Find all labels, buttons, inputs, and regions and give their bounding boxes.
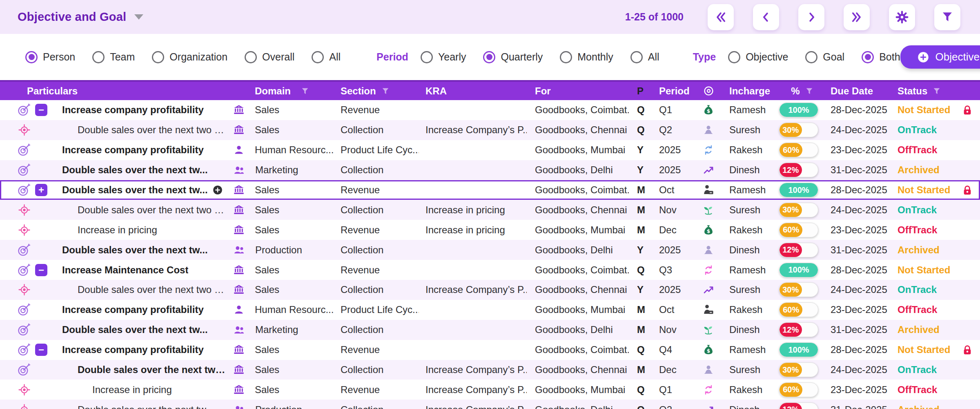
table-row[interactable]: Increase in pricingSalesRevenueIncrease … [0, 220, 980, 240]
scope-option-label: Person [43, 51, 75, 63]
filter-button[interactable] [934, 4, 960, 30]
table-row[interactable]: Double sales over the next tw...Producti… [0, 240, 980, 260]
collapse-button[interactable]: − [35, 104, 47, 116]
type-option-objective[interactable]: Objective [728, 51, 788, 63]
table-row[interactable]: Double sales over the next two y...Sales… [0, 360, 980, 380]
incharge-name: Ramesh [729, 184, 766, 196]
scope-option-label: Organization [169, 51, 227, 63]
last-page-button[interactable] [844, 4, 870, 30]
column-header-domain[interactable]: Domain [229, 82, 335, 100]
p-text: M [637, 204, 645, 216]
title-dropdown-caret[interactable] [134, 14, 143, 20]
funnel-small-icon[interactable] [382, 87, 389, 95]
section-cell: Product Life Cyc... [335, 140, 419, 160]
previous-page-button[interactable] [753, 4, 779, 30]
table-row[interactable]: Double sales over the next tw...Producti… [0, 400, 980, 409]
expand-button[interactable]: + [35, 184, 47, 196]
scope-option-all[interactable]: All [312, 51, 341, 63]
money-bag-icon: $ [703, 344, 714, 355]
bank-icon [234, 205, 244, 215]
progress-cell: 30% [773, 200, 824, 220]
objective-target-icon [18, 304, 30, 316]
type-option-both[interactable]: Both [862, 51, 900, 63]
table-row[interactable]: −Increase company profitabilitySalesReve… [0, 100, 980, 120]
funnel-small-icon[interactable] [301, 87, 309, 95]
next-page-button[interactable] [798, 4, 824, 30]
lock-cell [955, 120, 980, 140]
due-date-cell: 31-Dec-2025 [824, 400, 894, 409]
table-row[interactable]: Double sales over the next two ye...Sale… [0, 120, 980, 140]
table-row[interactable]: Double sales over the next two ye...Sale… [0, 280, 980, 300]
domain-cell: Sales [229, 120, 335, 140]
column-header-status[interactable]: Status [894, 82, 955, 100]
table-row[interactable]: Increase company profitabilityHuman Reso… [0, 140, 980, 160]
money-bag-icon: $ [703, 224, 714, 236]
period-option-quarterly[interactable]: Quarterly [483, 51, 543, 63]
column-header-section[interactable]: Section [335, 82, 419, 100]
period-text: Q1 [659, 384, 672, 396]
for-text: Goodbooks, Delhi [535, 324, 613, 335]
section-text: Product Life Cyc... [341, 144, 419, 156]
progress-pill: 30% [779, 282, 818, 297]
section-cell: Collection [335, 120, 419, 140]
progress-pill: 30% [779, 203, 818, 217]
table-row[interactable]: Double sales over the next tw...Marketin… [0, 160, 980, 180]
period-option-monthly[interactable]: Monthly [560, 51, 613, 63]
p-text: M [637, 304, 645, 315]
column-header-particulars: Particulars [0, 82, 229, 100]
add-goal-inline-icon[interactable] [213, 185, 223, 195]
period-option-all[interactable]: All [630, 51, 659, 63]
settings-button[interactable] [889, 4, 915, 30]
column-header-[interactable]: % [773, 82, 824, 100]
table-row[interactable]: Double sales over the next two ye...Sale… [0, 200, 980, 220]
progress-label: 12% [782, 325, 799, 335]
trend-up-icon [703, 284, 714, 295]
type-option-goal[interactable]: Goal [805, 51, 844, 63]
category-icon-cell [696, 280, 721, 300]
p-text: Y [637, 144, 644, 156]
category-icon-cell [696, 240, 721, 260]
first-page-button[interactable] [708, 4, 734, 30]
domain-cell: Sales [229, 280, 335, 300]
for-cell: Goodbooks, Mumbai [527, 220, 629, 240]
for-cell: Goodbooks, Coimbat... [527, 340, 629, 360]
scope-option-person[interactable]: Person [25, 51, 75, 63]
table-row[interactable]: +Double sales over the next tw...SalesRe… [0, 180, 980, 200]
progress-fill: 12% [780, 163, 802, 177]
table-row[interactable]: −Increase company profitabilitySalesReve… [0, 340, 980, 360]
progress-cell: 60% [773, 140, 824, 160]
funnel-small-icon[interactable] [806, 87, 813, 95]
kra-text: Increase Company’s P... [425, 124, 527, 136]
category-icon-cell [696, 260, 721, 280]
scope-option-label: All [329, 51, 341, 63]
scope-option-overall[interactable]: Overall [245, 51, 294, 63]
category-icon-cell [696, 140, 721, 160]
add-objective-button[interactable]: Objective [900, 45, 980, 69]
table-row[interactable]: Double sales over the next tw...Marketin… [0, 320, 980, 340]
progress-cell: 60% [773, 220, 824, 240]
progress-cell: 30% [773, 360, 824, 380]
collapse-button[interactable]: − [35, 344, 47, 356]
kra-text: Increase in pricing [425, 224, 505, 236]
scope-option-team[interactable]: Team [92, 51, 135, 63]
particulars-cell: Double sales over the next two ye... [0, 120, 229, 140]
lock-cell [955, 320, 980, 340]
table-row[interactable]: Increase in pricingSalesRevenueIncrease … [0, 380, 980, 400]
table-row[interactable]: −Increase Maintenance CostSalesRevenueGo… [0, 260, 980, 280]
particulars-text: Increase company profitability [0, 304, 204, 315]
period-cell: Q4 [650, 340, 696, 360]
status-cell: Archived [894, 400, 955, 409]
funnel-small-icon[interactable] [933, 87, 940, 95]
lock-cell [955, 340, 980, 360]
kra-cell: Increase in pricing [419, 200, 527, 220]
person-lavender-icon [703, 364, 714, 375]
lock-cell [955, 260, 980, 280]
goal-crosshair-icon [18, 404, 30, 409]
progress-pill: 100% [779, 103, 818, 117]
due-date-text: 23-Dec-2025 [831, 224, 887, 236]
collapse-button[interactable]: − [35, 264, 47, 276]
progress-label: 60% [783, 225, 799, 235]
table-row[interactable]: Increase company profitabilityHuman Reso… [0, 300, 980, 320]
scope-option-organization[interactable]: Organization [152, 51, 227, 63]
period-option-yearly[interactable]: Yearly [421, 51, 466, 63]
